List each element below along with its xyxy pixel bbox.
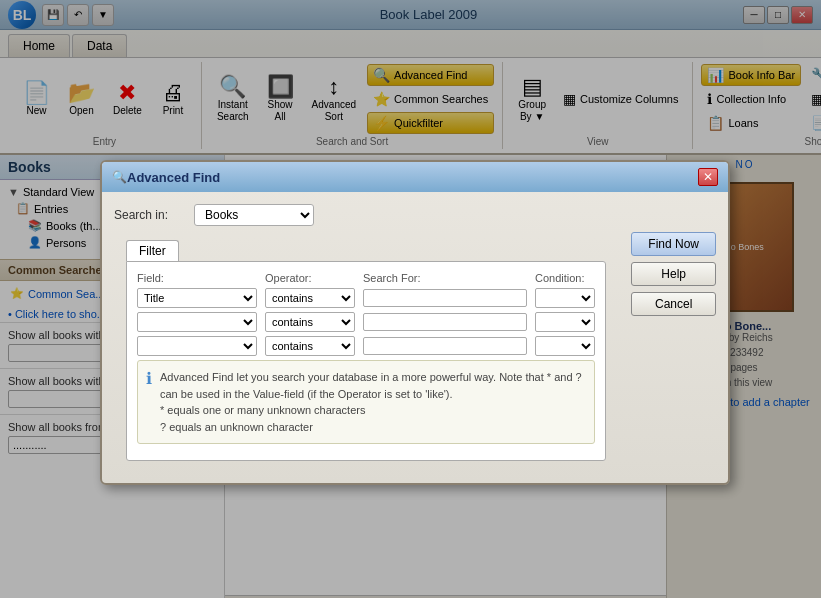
info-icon: ℹ: [146, 369, 152, 435]
filter-row-2: Title contains: [137, 312, 595, 332]
modal-close-button[interactable]: ✕: [698, 168, 718, 186]
condition-select-1[interactable]: AND OR: [535, 288, 595, 308]
info-text-question: ? equals an unknown character: [160, 419, 586, 436]
modal-title: Advanced Find: [127, 170, 220, 185]
operator-select-1[interactable]: contains equals like: [265, 288, 355, 308]
tab-filter[interactable]: Filter: [126, 240, 179, 261]
filter-content: Field: Operator: Search For: Condition: …: [126, 261, 606, 461]
search-input-1[interactable]: [363, 289, 527, 307]
advanced-find-dialog: 🔍 Advanced Find ✕ Search in: Books Perso…: [100, 160, 730, 485]
filter-tab-bar: Filter: [114, 236, 716, 261]
modal-title-bar: 🔍 Advanced Find ✕: [102, 162, 728, 192]
info-text-main: Advanced Find let you search your databa…: [160, 369, 586, 402]
help-dialog-button[interactable]: Help: [631, 262, 716, 286]
field-select-2[interactable]: Title: [137, 312, 257, 332]
field-select-3[interactable]: [137, 336, 257, 356]
condition-select-3[interactable]: [535, 336, 595, 356]
info-text-container: Advanced Find let you search your databa…: [160, 369, 586, 435]
info-box: ℹ Advanced Find let you search your data…: [137, 360, 595, 444]
search-in-select[interactable]: Books Persons: [194, 204, 314, 226]
search-input-2[interactable]: [363, 313, 527, 331]
condition-header: Condition:: [535, 272, 595, 284]
operator-select-2[interactable]: contains: [265, 312, 355, 332]
search-in-label: Search in:: [114, 208, 184, 222]
modal-body: Search in: Books Persons Find Now Help C…: [102, 192, 728, 483]
search-for-header: Search For:: [363, 272, 527, 284]
modal-button-group: Find Now Help Cancel: [631, 232, 716, 316]
info-text-star: * equals one or many unknown characters: [160, 402, 586, 419]
search-input-3[interactable]: [363, 337, 527, 355]
filter-headers: Field: Operator: Search For: Condition:: [137, 272, 595, 284]
field-select-1[interactable]: Title Author ISBN: [137, 288, 257, 308]
filter-row-3: contains: [137, 336, 595, 356]
search-in-row: Search in: Books Persons: [114, 204, 716, 226]
cancel-button[interactable]: Cancel: [631, 292, 716, 316]
field-header: Field:: [137, 272, 257, 284]
filter-row-1: Title Author ISBN contains equals like A…: [137, 288, 595, 308]
find-now-button[interactable]: Find Now: [631, 232, 716, 256]
modal-title-icon: 🔍: [112, 170, 127, 184]
modal-overlay: 🔍 Advanced Find ✕ Search in: Books Perso…: [0, 0, 821, 598]
operator-header: Operator:: [265, 272, 355, 284]
operator-select-3[interactable]: contains: [265, 336, 355, 356]
condition-select-2[interactable]: [535, 312, 595, 332]
